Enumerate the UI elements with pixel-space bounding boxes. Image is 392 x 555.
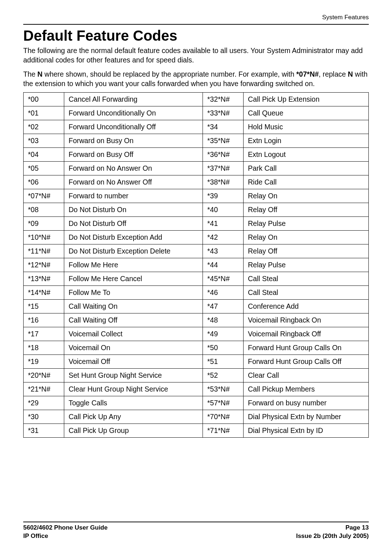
footer-left-1: 5602/4602 Phone User Guide <box>23 524 107 532</box>
footer-right-2: Issue 2b (20th July 2005) <box>296 532 369 540</box>
table-cell: *12*N# <box>24 258 64 272</box>
table-cell: *44 <box>203 258 244 272</box>
footer-row-1: 5602/4602 Phone User Guide Page 13 <box>23 524 369 532</box>
table-cell: Voicemail Collect <box>64 327 203 341</box>
table-row: *21*N#Clear Hunt Group Night Service*53*… <box>24 382 369 396</box>
intro2-bold-n1: N <box>37 70 42 78</box>
table-cell: *06 <box>24 175 64 189</box>
table-cell: *10*N# <box>24 230 64 244</box>
table-cell: Relay Off <box>244 203 369 216</box>
running-head: System Features <box>23 14 369 21</box>
table-cell: *07*N# <box>24 189 64 203</box>
table-cell: *39 <box>203 189 244 203</box>
table-cell: Relay Pulse <box>244 216 369 230</box>
table-cell: *50 <box>203 341 244 355</box>
table-cell: *35*N# <box>203 134 244 147</box>
table-row: *16Call Waiting Off*48Voicemail Ringback… <box>24 313 369 327</box>
table-cell: Follow Me To <box>64 285 203 299</box>
table-cell: Extn Logout <box>244 147 369 161</box>
table-row: *04Forward on Busy Off*36*N#Extn Logout <box>24 147 369 161</box>
table-cell: Do Not Disturb Exception Add <box>64 230 203 244</box>
table-cell: Conference Add <box>244 299 369 313</box>
footer: 5602/4602 Phone User Guide Page 13 IP Of… <box>23 522 369 540</box>
table-cell: Voicemail Ringback On <box>244 313 369 327</box>
table-cell: *17 <box>24 327 64 341</box>
table-cell: *16 <box>24 313 64 327</box>
table-row: *30Call Pick Up Any*70*N#Dial Physical E… <box>24 410 369 424</box>
table-cell: *15 <box>24 299 64 313</box>
table-cell: Follow Me Here <box>64 258 203 272</box>
table-cell: *19 <box>24 355 64 368</box>
table-cell: *51 <box>203 355 244 368</box>
table-cell: Forward on busy number <box>244 396 369 410</box>
table-cell: Voicemail Off <box>64 355 203 368</box>
table-cell: Forward on No Answer Off <box>64 175 203 189</box>
table-cell: Forward Hunt Group Calls On <box>244 341 369 355</box>
header-rule <box>23 24 369 25</box>
page: System Features Default Feature Codes Th… <box>0 0 392 555</box>
table-cell: Park Call <box>244 161 369 175</box>
footer-row-2: IP Office Issue 2b (20th July 2005) <box>23 532 369 540</box>
table-cell: *47 <box>203 299 244 313</box>
table-cell: *41 <box>203 216 244 230</box>
feature-codes-table: *00Cancel All Forwarding*32*N#Call Pick … <box>23 92 369 438</box>
table-row: *01Forward Unconditionally On*33*N#Call … <box>24 106 369 120</box>
spacer <box>23 438 369 522</box>
table-cell: *43 <box>203 244 244 258</box>
intro2-post1: , replace <box>319 70 348 78</box>
table-cell: *29 <box>24 396 64 410</box>
table-cell: Relay On <box>244 189 369 203</box>
table-cell: *71*N# <box>203 424 244 437</box>
table-row: *15Call Waiting On*47Conference Add <box>24 299 369 313</box>
table-cell: *33*N# <box>203 106 244 120</box>
table-row: *00Cancel All Forwarding*32*N#Call Pick … <box>24 92 369 106</box>
table-cell: *01 <box>24 106 64 120</box>
table-cell: *34 <box>203 120 244 134</box>
table-row: *02Forward Unconditionally Off*34Hold Mu… <box>24 120 369 134</box>
table-cell: *53*N# <box>203 382 244 396</box>
intro2-mid: where shown, should be replaced by the a… <box>42 70 296 78</box>
table-cell: Set Hunt Group Night Service <box>64 368 203 382</box>
table-row: *06Forward on No Answer Off*38*N#Ride Ca… <box>24 175 369 189</box>
table-cell: Forward Hunt Group Calls Off <box>244 355 369 368</box>
table-cell: *46 <box>203 285 244 299</box>
table-cell: *11*N# <box>24 244 64 258</box>
intro-paragraph-1: The following are the normal default fea… <box>23 46 369 65</box>
intro2-bold-n2: N <box>348 70 353 78</box>
table-cell: *03 <box>24 134 64 147</box>
table-cell: Do Not Disturb Exception Delete <box>64 244 203 258</box>
table-cell: Forward on Busy Off <box>64 147 203 161</box>
table-cell: *32*N# <box>203 92 244 106</box>
table-row: *31Call Pick Up Group*71*N#Dial Physical… <box>24 424 369 437</box>
table-cell: Do Not Disturb On <box>64 203 203 216</box>
table-cell: Clear Call <box>244 368 369 382</box>
intro2-pre: The <box>23 70 37 78</box>
table-cell: Dial Physical Extn by Number <box>244 410 369 424</box>
table-cell: *42 <box>203 230 244 244</box>
table-cell: Voicemail On <box>64 341 203 355</box>
table-cell: *37*N# <box>203 161 244 175</box>
table-cell: Voicemail Ringback Off <box>244 327 369 341</box>
table-cell: *48 <box>203 313 244 327</box>
table-cell: *70*N# <box>203 410 244 424</box>
table-cell: Relay Pulse <box>244 258 369 272</box>
table-cell: *21*N# <box>24 382 64 396</box>
table-cell: Relay On <box>244 230 369 244</box>
table-cell: *14*N# <box>24 285 64 299</box>
table-cell: Dial Physical Extn by ID <box>244 424 369 437</box>
intro-paragraph-2: The N where shown, should be replaced by… <box>23 70 369 88</box>
table-row: *08Do Not Disturb On*40Relay Off <box>24 203 369 216</box>
table-cell: *20*N# <box>24 368 64 382</box>
table-cell: *08 <box>24 203 64 216</box>
table-cell: Call Waiting On <box>64 299 203 313</box>
table-cell: *49 <box>203 327 244 341</box>
table-cell: Call Pick Up Group <box>64 424 203 437</box>
table-cell: Hold Music <box>244 120 369 134</box>
table-cell: Toggle Calls <box>64 396 203 410</box>
table-cell: *38*N# <box>203 175 244 189</box>
table-cell: Forward on No Answer On <box>64 161 203 175</box>
table-cell: Forward on Busy On <box>64 134 203 147</box>
table-cell: Extn Login <box>244 134 369 147</box>
table-cell: *57*N# <box>203 396 244 410</box>
table-cell: *00 <box>24 92 64 106</box>
